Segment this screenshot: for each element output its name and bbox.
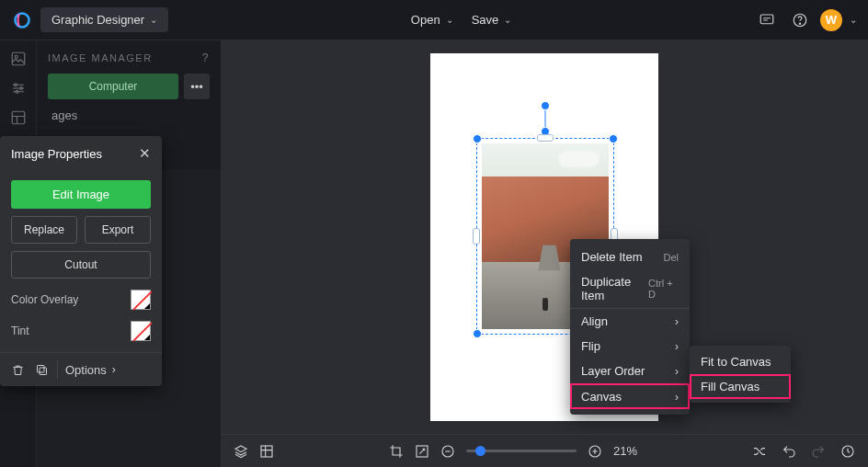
ctx-flip[interactable]: Flip › <box>570 334 690 359</box>
ctx-align[interactable]: Align › <box>570 308 690 334</box>
edit-image-button[interactable]: Edit Image <box>11 180 151 209</box>
bottom-bar: 21% <box>221 434 868 467</box>
zoom-in-button[interactable] <box>588 444 602 459</box>
rotate-handle[interactable] <box>541 101 550 110</box>
upload-computer-button[interactable]: Computer <box>48 74 178 99</box>
svg-rect-1 <box>760 15 773 24</box>
zoom-slider-thumb[interactable] <box>475 446 485 456</box>
ctx-fit-to-canvas[interactable]: Fit to Canvas <box>690 349 791 374</box>
zoom-slider[interactable] <box>466 450 577 452</box>
svg-rect-9 <box>12 111 25 124</box>
divider <box>57 360 58 379</box>
app-logo <box>11 9 33 31</box>
export-button[interactable]: Export <box>85 216 151 244</box>
help-icon[interactable] <box>787 7 813 33</box>
history-icon[interactable] <box>840 444 855 459</box>
chevron-right-icon: › <box>675 315 679 328</box>
images-link[interactable]: ages <box>51 108 210 122</box>
top-bar: Graphic Designer ⌄ Open⌄ Save⌄ W ⌄ <box>0 0 868 40</box>
chevron-right-icon: › <box>675 365 679 378</box>
resize-handle-top-mid[interactable] <box>537 134 554 142</box>
mode-selector[interactable]: Graphic Designer ⌄ <box>40 7 168 32</box>
chevron-down-icon: ⌄ <box>446 15 453 25</box>
panel-title: Image Properties <box>11 147 102 161</box>
resize-handle-bl[interactable] <box>473 329 482 338</box>
redo-icon[interactable] <box>811 444 826 459</box>
chevron-down-icon: ⌄ <box>504 15 511 25</box>
user-avatar[interactable]: W <box>820 9 842 31</box>
ctx-layer-order[interactable]: Layer Order › <box>570 359 690 383</box>
image-tool-icon[interactable] <box>7 48 29 70</box>
help-icon[interactable]: ? <box>202 51 210 64</box>
resize-handle-tl[interactable] <box>473 134 482 143</box>
mode-label: Graphic Designer <box>51 13 144 27</box>
layout-tool-icon[interactable] <box>7 107 29 129</box>
svg-rect-12 <box>261 446 272 457</box>
image-properties-panel: Image Properties ✕ Edit Image Replace Ex… <box>0 136 162 386</box>
ctx-delete-item[interactable]: Delete Item Del <box>570 245 690 269</box>
context-submenu-canvas: Fit to Canvas Fill Canvas <box>690 346 791 403</box>
undo-icon[interactable] <box>782 444 796 459</box>
resize-handle-left[interactable] <box>473 228 480 245</box>
cutout-button[interactable]: Cutout <box>11 251 151 279</box>
crop-icon[interactable] <box>389 444 404 459</box>
color-overlay-label: Color Overlay <box>11 293 78 306</box>
adjust-tool-icon[interactable] <box>7 77 29 99</box>
grid-icon[interactable] <box>259 444 274 459</box>
svg-rect-4 <box>12 52 25 65</box>
chevron-down-icon[interactable]: ⌄ <box>850 15 857 25</box>
tint-label: Tint <box>11 325 29 337</box>
duplicate-icon[interactable] <box>33 361 50 378</box>
chevron-down-icon: ⌄ <box>150 15 157 25</box>
chevron-right-icon: › <box>675 340 679 353</box>
chevron-right-icon: › <box>675 391 679 404</box>
shuffle-icon[interactable] <box>752 444 767 459</box>
context-menu: Delete Item Del Duplicate Item Ctrl + D … <box>570 239 690 415</box>
svg-point-5 <box>15 55 17 58</box>
tint-swatch[interactable] <box>131 321 151 341</box>
feedback-icon[interactable] <box>754 7 780 33</box>
color-overlay-swatch[interactable] <box>131 290 151 310</box>
svg-rect-10 <box>40 368 47 375</box>
close-icon[interactable]: ✕ <box>139 145 151 162</box>
layers-icon[interactable] <box>234 444 248 459</box>
svg-point-3 <box>799 23 800 24</box>
expand-icon[interactable] <box>415 444 429 459</box>
svg-rect-11 <box>37 365 44 372</box>
open-menu[interactable]: Open⌄ <box>405 7 459 32</box>
options-menu[interactable]: Options › <box>65 363 116 377</box>
ctx-fill-canvas[interactable]: Fill Canvas <box>690 374 791 399</box>
image-manager-title: IMAGE MANAGER <box>48 52 153 63</box>
replace-button[interactable]: Replace <box>11 216 77 244</box>
zoom-out-button[interactable] <box>440 444 455 459</box>
trash-icon[interactable] <box>9 361 26 378</box>
zoom-value: 21% <box>613 444 637 458</box>
resize-handle-tr[interactable] <box>609 134 618 143</box>
ctx-duplicate-item[interactable]: Duplicate Item Ctrl + D <box>570 269 690 308</box>
more-sources-button[interactable]: ••• <box>184 74 210 99</box>
chevron-right-icon: › <box>112 363 116 376</box>
save-menu[interactable]: Save⌄ <box>466 7 518 32</box>
ctx-canvas[interactable]: Canvas › <box>570 383 690 409</box>
